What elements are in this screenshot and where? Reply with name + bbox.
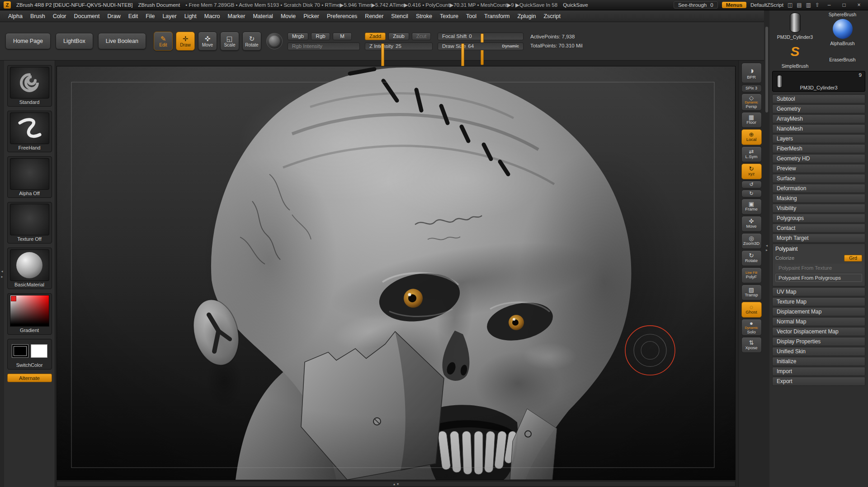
rgb-toggle[interactable]: Rgb — [311, 33, 330, 40]
scale-mode-button[interactable]: ◱ Scale — [220, 32, 239, 51]
secondary-color-swatch[interactable] — [31, 344, 47, 358]
right-strip-button[interactable]: ◇ Dynamic Persp — [741, 94, 762, 111]
tool-section-row[interactable]: Initialize — [772, 357, 865, 366]
draw-size-slider[interactable]: Draw Size 64 Dynamic — [438, 42, 524, 50]
active-tool-slot[interactable]: 9 PM3D_Cylinder3 — [772, 71, 865, 92]
collapse-left-icon[interactable]: ◂ — [766, 244, 768, 248]
left-tray-divider[interactable]: ◂ ▸ — [0, 61, 4, 487]
tool-section-row[interactable]: Surface — [772, 174, 865, 183]
right-strip-button[interactable]: ⇅ Xpose — [741, 337, 762, 353]
scrollbar-thumb[interactable] — [765, 27, 768, 112]
menu-item[interactable]: Stroke — [412, 12, 436, 21]
minimize-button[interactable]: – — [824, 2, 835, 8]
right-strip-button[interactable]: ◎ Zoom3D — [741, 233, 762, 249]
tool-section-row[interactable]: Geometry HD — [772, 154, 865, 163]
edit-mode-button[interactable]: ✎ Edit — [154, 32, 173, 51]
z-intensity-slider[interactable]: Z Intensity 25 — [365, 42, 433, 50]
right-strip-button[interactable]: SPix 3 — [741, 84, 762, 92]
quicksave-button[interactable]: QuickSave — [563, 2, 588, 8]
menu-item[interactable]: Stencil — [387, 12, 412, 21]
menu-item[interactable]: Zscript — [540, 12, 564, 21]
zsub-toggle[interactable]: Zsub — [388, 33, 409, 40]
tool-item-label[interactable]: EraserBrush — [829, 57, 855, 62]
right-strip-button[interactable]: ● Dynamic Solo — [741, 319, 762, 336]
current-material-widget[interactable]: BasicMaterial — [7, 248, 52, 289]
sculpt-viewport-canvas[interactable] — [57, 66, 736, 480]
docked-views-icon[interactable]: ◫ — [788, 2, 793, 8]
close-button[interactable]: × — [854, 2, 864, 8]
tool-section-row[interactable]: Subtool — [772, 94, 865, 103]
menu-item[interactable]: Brush — [27, 12, 49, 21]
right-strip-button[interactable]: ↻ — [741, 190, 762, 197]
colorize-toggle[interactable]: Colorize — [775, 255, 794, 261]
menu-item[interactable]: File — [142, 12, 158, 21]
menu-item[interactable]: Preferences — [323, 12, 361, 21]
color-gradient-square[interactable] — [10, 295, 49, 327]
menu-item[interactable]: Light — [181, 12, 200, 21]
pm3d-cylinder-thumbnail[interactable] — [790, 12, 801, 33]
default-zscript-button[interactable]: DefaultZScript — [750, 2, 783, 8]
tool-section-row[interactable]: Texture Map — [772, 297, 865, 306]
tool-section-row[interactable]: Geometry — [772, 104, 865, 113]
expand-right-icon[interactable]: ▸ — [766, 248, 768, 253]
right-strip-button[interactable]: ⊕ Local — [741, 129, 762, 145]
zadd-toggle[interactable]: Zadd — [365, 33, 386, 40]
focal-shift-slider[interactable]: Focal Shift 0 — [438, 33, 524, 40]
main-color-swatch[interactable] — [12, 344, 28, 358]
menu-item[interactable]: Color — [49, 12, 70, 21]
alternate-button[interactable]: Alternate — [7, 374, 52, 382]
tool-item-label[interactable]: SimpleBrush — [782, 63, 809, 69]
scroll-down-icon[interactable]: ▾ — [397, 482, 399, 486]
switch-color-widget[interactable]: SwitchColor — [7, 339, 52, 370]
tool-section-row[interactable]: Polygroups — [772, 214, 865, 223]
menu-item[interactable]: Draw — [104, 12, 124, 21]
current-texture-widget[interactable]: Texture Off — [7, 202, 52, 244]
lightbox-button[interactable]: LightBox — [56, 33, 93, 49]
menu-item[interactable]: Macro — [201, 12, 224, 21]
tool-section-row[interactable]: Layers — [772, 134, 865, 143]
scroll-up-icon[interactable]: ▴ — [393, 482, 395, 486]
menus-toggle-button[interactable]: Menus — [722, 2, 746, 8]
tool-section-row[interactable]: Morph Target — [772, 234, 865, 243]
menu-item[interactable]: Document — [71, 12, 104, 21]
menu-item[interactable]: Material — [249, 12, 276, 21]
menu-item[interactable]: Edit — [125, 12, 142, 21]
menu-item[interactable]: Movie — [277, 12, 299, 21]
right-strip-button[interactable]: ↻ Rotate — [741, 250, 762, 266]
right-strip-button[interactable]: ↻ xyz — [741, 164, 762, 179]
tool-section-row[interactable]: Import — [772, 367, 865, 376]
tool-section-row[interactable]: NanoMesh — [772, 124, 865, 133]
tool-section-row[interactable]: Masking — [772, 194, 865, 203]
tool-section-row[interactable]: Vector Displacement Map — [772, 327, 865, 336]
polypaint-from-polygroups-button[interactable]: Polypaint From Polygroups — [775, 274, 862, 282]
current-stroke-widget[interactable]: FreeHand — [7, 111, 52, 152]
tool-section-row[interactable]: ArrayMesh — [772, 114, 865, 123]
see-through-slider[interactable]: See-through 0 — [674, 1, 718, 9]
layout-icon[interactable]: ▤ — [797, 2, 802, 8]
tool-section-row[interactable]: Display Properties — [772, 337, 865, 346]
menu-item[interactable]: Render — [361, 12, 387, 21]
rotate-mode-button[interactable]: ↻ Rotate — [242, 32, 261, 51]
tool-item-label[interactable]: PM3D_Cylinder3 — [777, 34, 813, 40]
tool-section-row[interactable]: UV Map — [772, 287, 865, 296]
maximize-button[interactable]: □ — [839, 2, 849, 8]
tool-section-row[interactable]: Normal Map — [772, 317, 865, 326]
tool-section-row[interactable]: Unified Skin — [772, 347, 865, 356]
right-strip-button[interactable]: ⇄ L.Sym — [741, 146, 762, 162]
right-strip-button[interactable]: ↺ — [741, 181, 762, 188]
canvas-horizontal-scrollbar[interactable]: ▴ ▾ — [57, 481, 736, 487]
zcut-toggle[interactable]: Zcut — [412, 33, 431, 40]
grd-button[interactable]: Grd — [844, 255, 862, 262]
color-picker-widget[interactable]: Gradient — [7, 293, 52, 335]
live-boolean-button[interactable]: Live Boolean — [98, 33, 146, 49]
simple-brush-thumbnail[interactable]: S — [790, 41, 799, 62]
tool-section-row[interactable]: FiberMesh — [772, 144, 865, 153]
move-mode-button[interactable]: ✜ Move — [198, 32, 217, 51]
tool-item-label[interactable]: SphereBrush — [829, 12, 856, 17]
polypaint-section-header[interactable]: Polypaint — [775, 246, 862, 252]
tool-section-row[interactable]: Preview — [772, 164, 865, 173]
tool-section-row[interactable]: Visibility — [772, 204, 865, 213]
tool-item-label[interactable]: AlphaBrush — [830, 41, 854, 46]
display-icon[interactable]: ▥ — [806, 2, 811, 8]
current-material-swatch[interactable] — [266, 33, 283, 49]
